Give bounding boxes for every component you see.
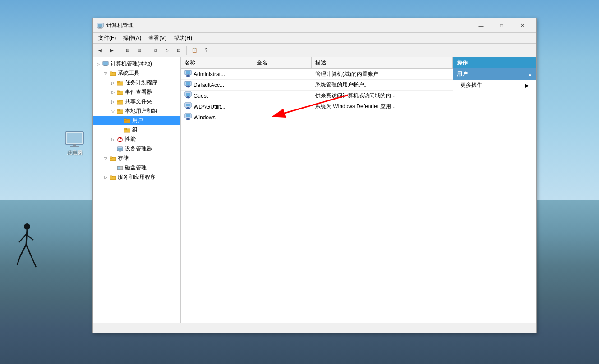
tree-label-services: 服务和应用程序 [118, 173, 179, 181]
computer-icon [102, 60, 109, 68]
window-controls: — □ ✕ [470, 18, 533, 33]
action-panel-header: 操作 [453, 57, 536, 68]
user-icon-administrator [184, 70, 192, 78]
tree-item-users[interactable]: 用户 [93, 116, 180, 125]
tree-label-users: 用户 [132, 117, 179, 124]
list-row-administrator[interactable]: Administrat... 管理计算机(域)的内置账户 [181, 69, 453, 80]
expand-performance: ▷ [109, 136, 116, 143]
folder-shared-icon [116, 98, 124, 105]
tree-item-scheduler[interactable]: ▷ 任务计划程序 [93, 78, 180, 87]
expand-diskmgmt [109, 164, 116, 172]
expand-users [116, 117, 124, 124]
tree-item-performance[interactable]: ▷ 性能 [93, 135, 180, 144]
list-row-defaultacc[interactable]: DefaultAcc... 系统管理的用户帐户。 [181, 80, 453, 91]
folder-scheduler-icon [116, 79, 124, 86]
list-row-wdagutility[interactable]: WDAGUtilit... 系统为 Windows Defender 应用... [181, 101, 453, 112]
svg-rect-25 [117, 91, 120, 92]
toolbar-btn-2[interactable]: ⊟ [134, 46, 145, 55]
maximize-button[interactable]: □ [491, 18, 512, 33]
svg-rect-50 [186, 82, 190, 85]
tree-item-eventviewer[interactable]: ▷ 事件查看器 [93, 87, 180, 97]
export-list-button[interactable]: ⊡ [173, 46, 184, 55]
svg-line-6 [20, 245, 26, 256]
computer-icon-image [64, 131, 85, 147]
svg-line-5 [26, 230, 27, 245]
list-body: Administrat... 管理计算机(域)的内置账户 [181, 69, 453, 323]
main-content: ▷ 计算机管理(本地) ▽ [93, 57, 536, 323]
runner-decoration [14, 220, 41, 274]
tree-label-root: 计算机管理(本地) [111, 60, 179, 68]
menu-view[interactable]: 查看(V) [145, 33, 170, 43]
cell-name-windows: Windows [181, 112, 253, 123]
tree-item-storage[interactable]: ▽ 存储 [93, 154, 180, 163]
svg-rect-64 [186, 118, 190, 120]
svg-rect-23 [117, 81, 120, 82]
tree-item-diskmgmt[interactable]: 磁盘管理 [93, 163, 180, 173]
tree-label-performance: 性能 [125, 136, 179, 143]
tree-item-localusers[interactable]: ▽ 本地用户和组 [93, 106, 180, 116]
svg-rect-58 [186, 104, 190, 106]
svg-rect-44 [110, 176, 112, 177]
devicemgr-icon [116, 146, 124, 153]
menu-action[interactable]: 操作(A) [120, 33, 145, 43]
cell-desc-windows [312, 117, 453, 118]
more-actions-label: 更多操作 [461, 82, 482, 89]
svg-point-4 [24, 223, 30, 230]
cell-name-wdagutility: WDAGUtilit... [181, 101, 253, 112]
svg-rect-31 [124, 119, 127, 120]
menu-help[interactable]: 帮助(H) [170, 33, 196, 43]
list-panel: 名称 全名 描述 [181, 57, 453, 323]
back-button[interactable]: ◀ [95, 46, 106, 55]
tree-item-services[interactable]: ▷ 服务和应用程序 [93, 173, 180, 182]
svg-rect-19 [103, 66, 108, 66]
svg-rect-60 [186, 108, 190, 109]
forward-button[interactable]: ▶ [106, 46, 117, 55]
new-window-button[interactable]: ⧉ [150, 46, 161, 55]
action-panel: 操作 用户 ▲ 更多操作 ▶ [453, 57, 536, 323]
list-row-windows[interactable]: Windows [181, 112, 453, 123]
desktop-icon-label: 此电脑 [67, 149, 83, 156]
show-hide-action-pane-button[interactable]: ⊟ [122, 46, 133, 55]
tree-label-groups: 组 [132, 126, 179, 134]
svg-rect-3 [70, 146, 79, 147]
desktop-icon-mycomputer[interactable]: 此电脑 [59, 131, 90, 156]
more-actions-arrow: ▶ [525, 82, 529, 89]
help-toolbar-button[interactable]: ? [201, 46, 212, 55]
tree-item-groups[interactable]: 组 [93, 125, 180, 135]
tree-item-devicemgr[interactable]: 设备管理器 [93, 144, 180, 154]
expand-eventviewer: ▷ [109, 89, 116, 96]
svg-line-8 [26, 245, 31, 255]
col-header-desc[interactable]: 描述 [312, 57, 453, 68]
menu-bar: 文件(F) 操作(A) 查看(V) 帮助(H) [93, 33, 536, 44]
menu-file[interactable]: 文件(F) [95, 33, 120, 43]
toolbar-sep-3 [186, 46, 187, 55]
action-panel-subheader[interactable]: 用户 ▲ [453, 68, 536, 80]
minimize-button[interactable]: — [470, 18, 491, 33]
status-bar [93, 323, 536, 333]
tree-item-shared[interactable]: ▷ 共享文件夹 [93, 97, 180, 106]
action-more-actions[interactable]: 更多操作 ▶ [453, 80, 536, 91]
tree-item-root[interactable]: ▷ 计算机管理(本地) [93, 59, 180, 68]
col-header-fullname[interactable]: 全名 [253, 57, 312, 68]
tree-label-devicemgr: 设备管理器 [125, 145, 179, 153]
expand-groups [116, 127, 124, 134]
expand-storage: ▽ [102, 155, 109, 162]
refresh-button[interactable]: ↻ [161, 46, 172, 55]
folder-eventviewer-icon [116, 89, 124, 96]
svg-rect-52 [186, 86, 190, 87]
col-header-name[interactable]: 名称 [181, 57, 253, 68]
svg-rect-37 [118, 148, 122, 150]
folder-users-icon [124, 117, 131, 124]
computer-management-window: 计算机管理 — □ ✕ 文件(F) 操作(A) 查看(V) 帮助(H) ◀ ▶ … [92, 18, 537, 333]
svg-rect-54 [186, 93, 190, 96]
list-row-guest[interactable]: Guest 供来宾访问计算机或访问域的内... [181, 91, 453, 101]
expand-scheduler: ▷ [109, 79, 116, 86]
list-header: 名称 全名 描述 [181, 57, 453, 69]
folder-groups-icon [124, 127, 131, 134]
close-button[interactable]: ✕ [512, 18, 533, 33]
tree-item-systools[interactable]: ▽ 系统工具 [93, 68, 180, 78]
properties-button[interactable]: 📋 [189, 46, 200, 55]
svg-rect-42 [118, 167, 120, 169]
cell-desc-administrator: 管理计算机(域)的内置账户 [312, 69, 453, 79]
svg-rect-48 [186, 75, 190, 77]
